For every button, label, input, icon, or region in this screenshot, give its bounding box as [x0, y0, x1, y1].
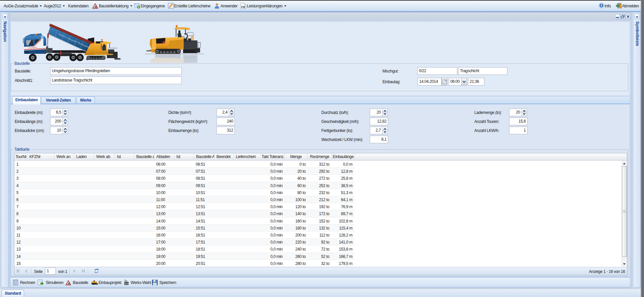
svg-text:CE: CE: [241, 5, 246, 9]
